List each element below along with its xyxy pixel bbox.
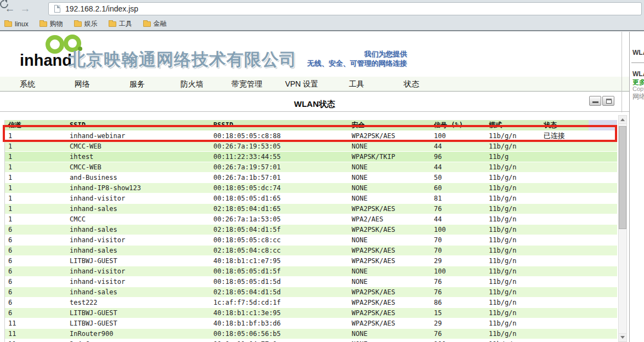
bookmark-label: 购物: [50, 19, 63, 29]
cell-mode: 11b/g/n: [489, 141, 544, 151]
cell-channel: 6: [5, 297, 70, 307]
cell-mode: 11b/g/n: [489, 193, 544, 203]
restore-button[interactable]: [602, 96, 614, 106]
cell-bssid: 00:26:7a:19:57:01: [213, 162, 352, 172]
nav-item-系统[interactable]: 系统: [0, 77, 55, 91]
cell-bssid: 40:18:b1:c1:e7:95: [213, 255, 352, 266]
cell-security: NONE: [352, 266, 434, 276]
cell-status: [544, 172, 617, 183]
cell-security: WPA2PSK/AES: [352, 224, 434, 235]
column-header: BSSID: [213, 120, 352, 130]
cell-signal: 29: [434, 318, 489, 328]
cell-mode: 11b/g/n: [489, 318, 544, 328]
table-row[interactable]: 6LITBWJ-GUEST40:18:b1:c1:e7:95WPA2PSK/AE…: [5, 255, 617, 266]
wlan-status-table: 信道SSIDBSSID安全信号 (%)模式状态 1inhand-webinar0…: [5, 120, 617, 342]
minimize-button[interactable]: [589, 96, 601, 106]
cell-signal: 76: [434, 328, 489, 339]
cell-channel: 1: [5, 193, 70, 203]
table-row[interactable]: 1and-Business00:26:7a:1b:57:01NONE5011b/…: [5, 172, 617, 183]
scroll-up-button[interactable]: [619, 116, 626, 124]
nav-item-工具[interactable]: 工具: [329, 77, 384, 91]
cell-status: [544, 245, 617, 255]
scroll-down-button[interactable]: [619, 333, 626, 341]
nav-item-VPN 设置[interactable]: VPN 设置: [274, 77, 329, 91]
cell-mode: 11b/g/n: [489, 235, 544, 245]
company-tagline: 我们为您提供 无线、安全、可管理的网络连接: [285, 49, 407, 68]
bookmark-folder[interactable]: 购物: [39, 19, 63, 29]
cell-security: NONE: [352, 328, 434, 339]
bookmark-folder[interactable]: 金融: [143, 19, 167, 29]
cell-signal: 86: [434, 297, 489, 307]
cell-mode: 11b/g/n: [489, 214, 544, 224]
browser-toolbar: ← → 192.168.2.1/index.jsp linux购物娱乐工具金融: [0, 0, 644, 31]
table-row[interactable]: 6inhand-sales02:18:05:04:d1:5fWPA2PSK/AE…: [5, 224, 617, 235]
cell-channel: 6: [5, 266, 70, 276]
table-row[interactable]: 1inhand-sales02:18:05:04:d1:65WPA2PSK/AE…: [5, 203, 617, 214]
cell-ssid: CMCC-WEB: [70, 141, 213, 151]
cell-bssid: 00:26:7a:19:53:05: [213, 141, 352, 151]
table-row[interactable]: 6inhand-sales02:18:05:04:d1:5dWPA2PSK/AE…: [5, 287, 617, 297]
cell-channel: 6: [5, 235, 70, 245]
cell-mode: 11b/g/n: [489, 287, 544, 297]
cell-ssid: inhand-visitor: [70, 193, 213, 203]
cell-mode: 11b/g/n: [489, 130, 544, 141]
cell-status: [544, 183, 617, 193]
cell-channel: 11: [5, 318, 70, 328]
table-row[interactable]: 6inhand-sales02:18:05:04:c8:ccWPA2PSK/AE…: [5, 245, 617, 255]
nav-item-网络[interactable]: 网络: [55, 77, 110, 91]
table-row[interactable]: 6test2221c:af:f7:5d:cd:1fWPA2PSK/AES8611…: [5, 297, 617, 307]
cell-signal: 70: [434, 235, 489, 245]
cell-signal: 76: [434, 276, 489, 287]
cell-bssid: 1c:af:f7:5d:cd:1f: [213, 297, 352, 307]
table-row[interactable]: 11InRouter90000:18:05:06:56:b5NONE7611b/…: [5, 328, 617, 339]
nav-item-防火墙[interactable]: 防火墙: [165, 77, 219, 91]
cell-channel: 11: [5, 328, 70, 339]
table-row[interactable]: 112.4 G00:0e:11:04:77:0eNONE10011b/g/n: [5, 339, 617, 342]
nav-item-服务[interactable]: 服务: [110, 77, 165, 91]
cell-status: [544, 151, 617, 162]
cell-mode: 11b/g/n: [489, 339, 544, 342]
table-row[interactable]: 11LITBWJ-GUEST40:18:b1:bf:b3:d6WPA2PSK/A…: [5, 318, 617, 328]
bookmark-folder[interactable]: linux: [4, 20, 29, 28]
table-row[interactable]: 6LITBWJ-GUEST40:18:b1:c1:3e:95WPA2PSK/AE…: [5, 307, 617, 318]
table-row[interactable]: 1CMCC00:26:7a:1a:53:05WPA2/AES4411b/g/n: [5, 214, 617, 224]
table-row[interactable]: 1CMCC-WEB00:26:7a:19:57:01NONE4411b/g/n: [5, 162, 617, 172]
cell-bssid: 02:18:05:04:d1:5f: [213, 224, 352, 235]
cell-ssid: LITBWJ-GUEST: [70, 255, 213, 266]
address-bar[interactable]: 192.168.2.1/index.jsp: [48, 2, 642, 15]
table-row[interactable]: 6inhand-visitor00:18:05:05:d1:5fNONE1001…: [5, 266, 617, 276]
bookmark-folder[interactable]: 工具: [109, 19, 132, 29]
cell-ssid: inhand-visitor: [70, 266, 213, 276]
table-row[interactable]: 1inhand-visitor00:18:05:05:d1:65NONE8111…: [5, 193, 617, 203]
scrollbar-thumb[interactable]: [619, 126, 626, 229]
bookmark-folder[interactable]: 娱乐: [74, 19, 98, 29]
cell-channel: 6: [5, 255, 70, 266]
cell-bssid: 40:18:b1:c1:3e:95: [213, 307, 352, 318]
cell-security: WPA2PSK/AES: [352, 245, 434, 255]
cell-signal: 50: [434, 172, 489, 183]
bookmark-label: 娱乐: [84, 19, 98, 29]
table-row[interactable]: 6inhand-visitor00:18:05:05:d1:5dNONE7611…: [5, 276, 617, 287]
cell-bssid: 00:11:22:33:44:55: [213, 151, 352, 162]
table-row[interactable]: 6inhand-visitor00:18:05:05:c8:ccNONE7011…: [5, 235, 617, 245]
cell-channel: 11: [5, 339, 70, 342]
nav-item-带宽管理[interactable]: 带宽管理: [219, 77, 274, 91]
copyright-text: Copyright: [632, 86, 644, 92]
table-scrollbar[interactable]: [618, 115, 627, 342]
cell-status: [544, 297, 617, 307]
cell-mode: 11b/g/n: [489, 203, 544, 214]
nav-item-状态[interactable]: 状态: [384, 77, 439, 91]
table-row[interactable]: 1ihtest00:11:22:33:44:55WPAPSK/TKIP9611b…: [5, 151, 617, 162]
help-panel-divider: [631, 62, 644, 63]
cell-channel: 1: [5, 141, 70, 151]
cell-status: [544, 276, 617, 287]
cell-bssid: 00:18:05:06:56:b5: [213, 328, 352, 339]
forward-button[interactable]: →: [19, 2, 32, 15]
table-row[interactable]: 1CMCC-WEB00:26:7a:19:53:05NONE4411b/g/n: [5, 141, 617, 151]
cell-ssid: ihtest: [70, 151, 213, 162]
table-row-connected[interactable]: 1inhand-webinar00:18:05:05:c8:88WPA2PSK/…: [5, 130, 617, 141]
folder-icon: [143, 21, 151, 27]
content-separator: [0, 111, 629, 112]
column-header: SSID: [70, 120, 213, 130]
table-row[interactable]: 1inhand-IP8-show12300:18:05:05:dc:74NONE…: [5, 183, 617, 193]
